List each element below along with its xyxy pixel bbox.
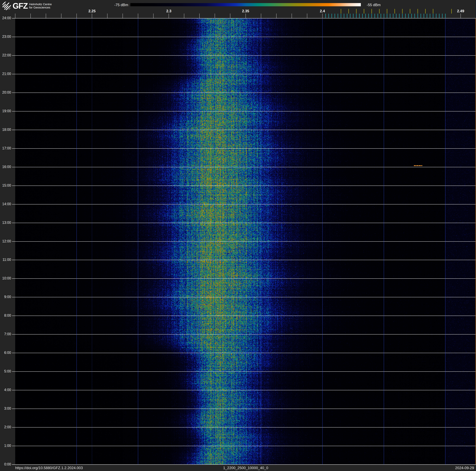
wifi-channel-tick [433,9,433,14]
freq-minor-tick [153,14,153,18]
footer-bar: https://doi.org/10.5880/GFZ.1.2.2024.003… [0,465,476,471]
hour-label: 17:00 [0,146,11,150]
hour-label: 14:00 [0,202,11,206]
signal-burst-16h [414,165,422,166]
ble-channel-tick [328,14,329,18]
freq-minor-tick [261,14,261,18]
right-edge-marker-line [476,18,476,465]
gfz-logo-subtitle-line2: for Geosciences [29,6,52,9]
freq-minor-tick [276,14,276,18]
wifi-channel-tick [410,9,410,14]
ble-channel-tick [408,14,409,18]
ble-channel-tick [439,14,440,18]
ble-channel-tick [427,14,427,18]
ble-channel-tick [405,14,406,18]
hour-label: 11:00 [0,258,11,262]
filename-text: 1_2200_2500_10000_40_0 [223,466,268,470]
ble-channel-tick [436,14,436,18]
ble-channel-tick [356,14,357,18]
hour-gridline [12,316,476,316]
freq-axis-label: 2.35 [242,9,249,13]
ble-channel-tick [344,14,344,18]
ble-channel-tick [350,14,350,18]
freq-minor-tick [169,14,169,18]
doi-text: https://doi.org/10.5880/GFZ.1.2.2024.003 [15,466,83,470]
ble-channel-tick [359,14,360,18]
freq-minor-tick [322,14,323,18]
wifi-channel-tick [402,9,403,14]
hour-gridline [12,297,476,297]
gfz-logo: GFZ Helmholtz Centre for Geosciences [2,1,52,10]
freq-gridline-40mhz [445,18,445,465]
freq-minor-tick [46,14,46,18]
hour-gridline [12,427,476,428]
ble-channel-tick [418,14,418,18]
hour-gridline [12,241,476,242]
hour-label: 8:00 [0,314,11,318]
hour-label: 18:00 [0,127,11,132]
hour-label: 15:00 [0,183,11,188]
ble-channel-tick [445,14,446,18]
freq-minor-tick [215,14,215,18]
freq-minor-tick [199,14,200,18]
hour-gridline [12,204,476,204]
hour-label: 12:00 [0,239,11,243]
freq-minor-tick [107,14,107,18]
ble-channel-tick [353,14,354,18]
hour-label: 21:00 [0,72,11,76]
hour-label: 20:00 [0,91,11,94]
hour-label: 5:00 [0,369,11,374]
colorbar-min-label: -75 dBm [114,3,128,7]
ble-channel-tick [365,14,366,18]
wifi-channel-tick [425,9,426,14]
ble-channel-tick [442,14,442,18]
ble-channel-tick [325,14,326,18]
wifi-channel-tick [418,9,418,14]
hour-gridline [12,185,476,186]
hour-label: 6:00 [0,351,11,355]
ble-channel-tick [402,14,403,18]
hour-label: 1:00 [0,444,11,448]
hour-label: 24:00 [0,16,11,20]
freq-gridline-40mhz [261,18,261,465]
ble-channel-tick [387,14,387,18]
freq-minor-tick [61,14,61,18]
ble-channel-tick [368,14,369,18]
hour-gridline [12,55,476,56]
date-text: 2024-09-29 [455,466,474,470]
hour-label: 13:00 [0,221,11,225]
ble-channel-tick [424,14,424,18]
freq-minor-tick [184,14,184,18]
freq-minor-tick [246,14,246,18]
hour-label: 4:00 [0,388,11,392]
gfz-globe-icon [2,1,11,10]
hour-label: 22:00 [0,53,11,57]
ble-channel-tick [421,14,421,18]
header-bar: GFZ Helmholtz Centre for Geosciences -75… [0,0,476,18]
ble-channel-tick [347,14,347,18]
hour-gridline [12,92,476,93]
hour-label: 19:00 [0,109,11,113]
hour-gridline [12,371,476,372]
freq-gridline-40mhz [138,18,138,465]
hour-label: 23:00 [0,35,11,39]
ble-channel-tick [341,14,341,18]
hour-gridline [12,37,476,37]
colorbar-max-label: -55 dBm [367,3,381,7]
hour-gridline [12,334,476,334]
wifi-channel-tick [364,9,364,14]
ble-channel-tick [411,14,412,18]
freq-minor-tick [292,14,292,18]
freq-minor-tick [138,14,138,18]
hour-label: 3:00 [0,407,11,411]
freq-gridline-40mhz [384,18,384,465]
hour-gridline [12,260,476,260]
ble-channel-tick [362,14,363,18]
freq-minor-tick [460,14,461,18]
hour-gridline [12,111,476,111]
freq-axis-label: 2.4 [320,9,325,13]
hour-gridline [12,18,476,18]
freq-gridline-40mhz [76,18,77,465]
hour-label: 9:00 [0,295,11,299]
ble-channel-tick [414,14,415,18]
